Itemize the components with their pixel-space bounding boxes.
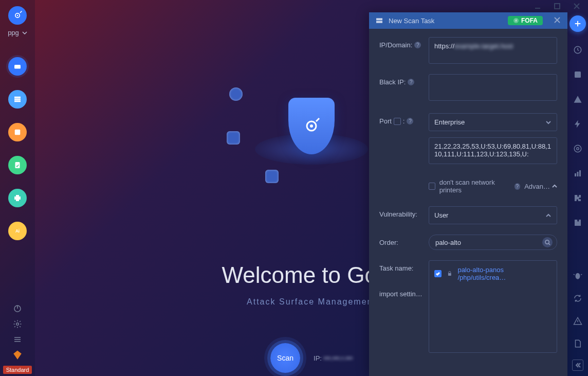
port-list-input[interactable]: 21,22,23,25,53,U:53,U:69,80,81,U:88,110,… <box>429 137 557 164</box>
panel-body: IP/Domain:? https://example.target.host … <box>369 29 567 376</box>
rightbar-bottom <box>571 269 584 376</box>
svg-line-30 <box>548 243 550 245</box>
storage-icon[interactable] <box>571 68 584 81</box>
svg-rect-24 <box>376 21 382 23</box>
vulnerability-select[interactable]: User <box>429 206 557 224</box>
import-settings-label[interactable]: import settin… <box>379 276 429 298</box>
sidebar-item-ai[interactable]: Ai <box>8 222 27 240</box>
sidebar-item-scan[interactable] <box>8 57 27 76</box>
svg-rect-10 <box>14 100 21 102</box>
sidebar-item-extensions[interactable] <box>8 189 27 207</box>
add-task-button[interactable] <box>569 15 586 32</box>
alert-icon[interactable] <box>571 314 584 328</box>
svg-line-6 <box>20 11 22 13</box>
app-logo-icon <box>8 6 27 25</box>
new-scan-task-panel: New Scan Task f FOFA IP/Domain:? https:/… <box>369 12 567 376</box>
help-icon[interactable]: ? <box>408 79 414 85</box>
file-icon[interactable] <box>571 337 584 350</box>
power-icon[interactable] <box>13 304 22 313</box>
svg-rect-33 <box>575 71 581 78</box>
refresh-icon[interactable] <box>571 292 584 305</box>
sidebar-item-assets[interactable] <box>8 90 27 109</box>
svg-line-22 <box>316 118 319 121</box>
svg-rect-9 <box>14 99 21 100</box>
advanced-toggle[interactable]: Advan… <box>524 183 557 190</box>
chevron-down-icon <box>545 119 552 126</box>
warn-icon[interactable] <box>571 93 584 106</box>
svg-point-29 <box>545 240 548 243</box>
scan-button[interactable]: Scan <box>270 343 300 373</box>
svg-rect-12 <box>15 162 20 168</box>
ip-domain-label: IP/Domain:? <box>379 37 429 49</box>
collapse-button[interactable] <box>572 360 583 371</box>
svg-rect-36 <box>575 173 576 176</box>
svg-rect-7 <box>14 65 21 69</box>
puzzle-icon[interactable] <box>571 191 584 205</box>
settings-icon[interactable] <box>571 142 584 155</box>
chevron-up-icon <box>552 184 557 189</box>
chevron-up-icon <box>545 212 552 219</box>
order-label: Order: <box>379 235 429 246</box>
task-item[interactable]: palo-alto-panos /php/utils/crea… <box>434 266 552 281</box>
sidebar-item-report[interactable] <box>8 156 27 174</box>
user-menu[interactable]: ppg <box>8 29 27 37</box>
ip-display: IP: •••.•••.•.••• <box>314 354 353 362</box>
scan-launcher: Scan IP: •••.•••.•.••• <box>270 343 353 373</box>
svg-text:Ai: Ai <box>15 229 20 234</box>
lock-icon <box>447 271 453 277</box>
task-name-label: Task name: <box>379 260 429 272</box>
svg-rect-37 <box>577 172 579 176</box>
panel-header: New Scan Task f FOFA <box>369 12 567 29</box>
order-input[interactable] <box>435 239 539 246</box>
order-field <box>429 235 557 250</box>
menu-icon[interactable] <box>13 335 22 344</box>
help-icon[interactable]: ? <box>407 118 413 124</box>
port-checkbox[interactable] <box>394 118 401 125</box>
task-item-label: palo-alto-panos /php/utils/crea… <box>457 266 552 281</box>
bar-chart-icon[interactable] <box>571 167 584 180</box>
version-badge: Standard <box>3 366 32 374</box>
sidebar-item-vuln[interactable] <box>8 123 27 141</box>
svg-line-40 <box>574 274 575 275</box>
svg-point-21 <box>310 124 313 128</box>
svg-rect-23 <box>376 18 382 20</box>
task-item-checkbox[interactable] <box>434 270 442 277</box>
left-sidebar: ppg Ai Standard <box>0 0 35 376</box>
sidebar-bottom: Standard <box>3 304 32 376</box>
help-icon[interactable]: ? <box>414 42 421 48</box>
search-icon[interactable] <box>542 237 553 247</box>
fofa-badge[interactable]: f FOFA <box>508 16 543 25</box>
svg-point-34 <box>577 148 579 150</box>
svg-line-41 <box>581 274 582 275</box>
svg-point-5 <box>17 15 19 16</box>
port-select[interactable]: Enterprise <box>429 113 557 131</box>
ip-domain-input[interactable]: https://example.target.host <box>429 37 557 64</box>
help-icon[interactable]: ? <box>514 183 521 190</box>
flash-icon[interactable] <box>571 117 584 131</box>
svg-rect-38 <box>579 170 581 176</box>
svg-rect-8 <box>14 97 21 98</box>
version-diamond-icon <box>13 350 22 360</box>
puzzle-alt-icon[interactable] <box>571 216 584 229</box>
panel-close-button[interactable] <box>548 17 561 25</box>
svg-point-35 <box>574 145 581 152</box>
panel-title: New Scan Task <box>389 17 434 25</box>
vulnerability-label: Vulnerability: <box>379 206 429 218</box>
chevron-down-icon <box>22 30 27 35</box>
svg-point-39 <box>576 273 580 279</box>
svg-rect-11 <box>15 130 21 135</box>
gear-icon[interactable] <box>13 319 22 329</box>
black-ip-label: Black IP:? <box>379 74 429 86</box>
history-icon[interactable] <box>571 43 584 57</box>
right-sidebar <box>567 12 588 376</box>
scan-task-icon <box>375 16 383 25</box>
task-list-box: palo-alto-panos /php/utils/crea… <box>429 260 557 353</box>
dont-scan-printers-checkbox[interactable] <box>429 183 435 190</box>
port-label: Port : ? <box>379 113 429 125</box>
svg-point-16 <box>16 323 19 326</box>
dont-scan-printers-label: don't scan network printers <box>439 178 510 194</box>
svg-rect-31 <box>448 273 451 276</box>
black-ip-input[interactable] <box>429 74 557 101</box>
username-label: ppg <box>8 29 19 37</box>
bug-icon[interactable] <box>571 269 584 282</box>
